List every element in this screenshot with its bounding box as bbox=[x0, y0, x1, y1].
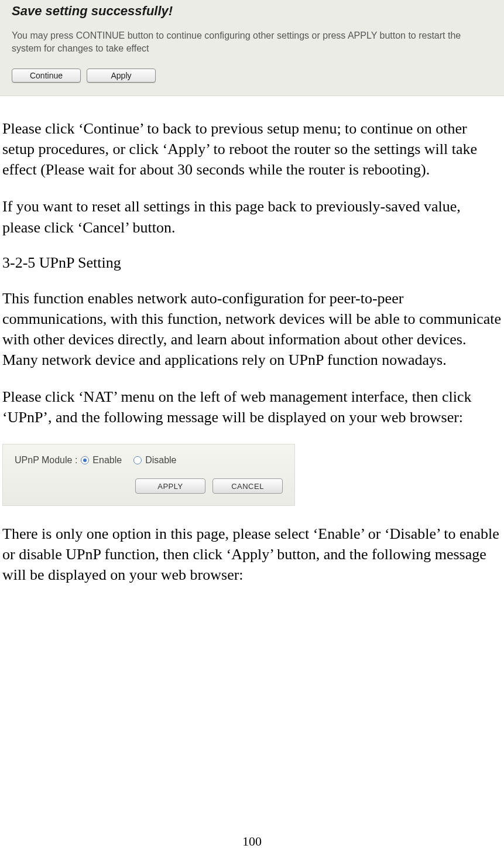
upnp-module-label: UPnP Module : bbox=[15, 455, 77, 466]
save-setting-button-row: Continue Apply bbox=[12, 69, 492, 83]
paragraph-continue-apply: Please click ‘Continue’ to back to previ… bbox=[2, 118, 502, 180]
upnp-button-row: APPLY CANCEL bbox=[15, 478, 283, 494]
paragraph-cancel: If you want to reset all settings in thi… bbox=[2, 196, 502, 237]
apply-button[interactable]: Apply bbox=[87, 69, 156, 83]
radio-dot-icon bbox=[83, 459, 87, 462]
paragraph-upnp-option: There is only one option in this page, p… bbox=[2, 524, 502, 585]
paragraph-upnp-nav: Please click ‘NAT’ menu on the left of w… bbox=[2, 386, 502, 427]
radio-disable[interactable] bbox=[133, 456, 142, 464]
save-setting-panel: Save setting successfully! You may press… bbox=[0, 0, 504, 96]
paragraph-upnp-desc: This function enables network auto-confi… bbox=[2, 288, 502, 370]
upnp-radio-row: UPnP Module : Enable Disable bbox=[15, 455, 283, 466]
upnp-cancel-button[interactable]: CANCEL bbox=[212, 478, 283, 494]
save-setting-title: Save setting successfully! bbox=[12, 4, 492, 19]
radio-disable-label: Disable bbox=[145, 455, 176, 466]
continue-button[interactable]: Continue bbox=[12, 69, 81, 83]
section-heading-upnp: 3-2-5 UPnP Setting bbox=[2, 254, 502, 272]
radio-enable-label: Enable bbox=[92, 455, 122, 466]
page-number: 100 bbox=[0, 834, 504, 849]
save-setting-panel-inner: Save setting successfully! You may press… bbox=[0, 0, 504, 88]
document-body: Please click ‘Continue’ to back to previ… bbox=[0, 96, 504, 585]
upnp-module-panel: UPnP Module : Enable Disable APPLY CANCE… bbox=[2, 444, 295, 506]
radio-enable[interactable] bbox=[81, 456, 89, 464]
save-setting-description: You may press CONTINUE button to continu… bbox=[12, 29, 492, 54]
upnp-apply-button[interactable]: APPLY bbox=[135, 478, 205, 494]
